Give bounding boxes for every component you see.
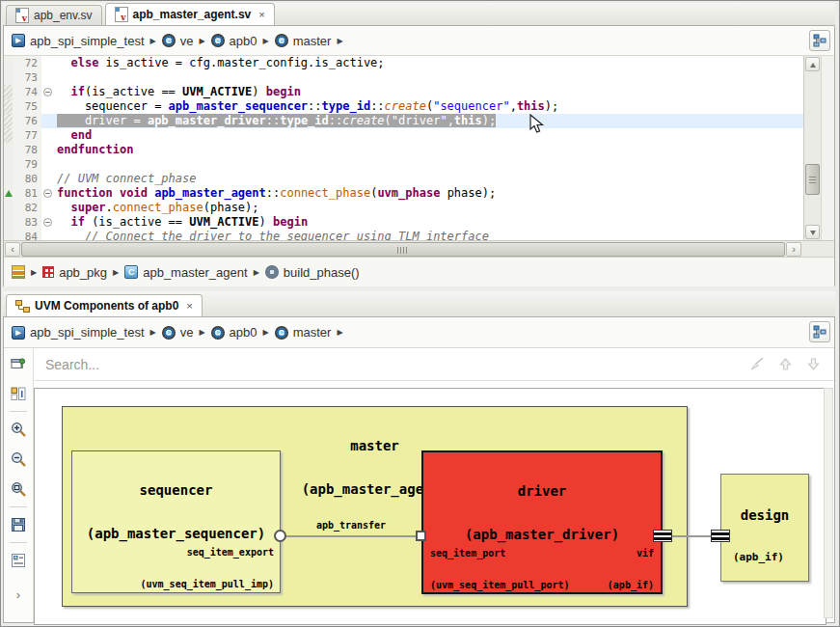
code-line-75[interactable]: 75 sequencer = apb_master_sequencer::typ… (4, 99, 803, 114)
breadcrumb-tree-toggle-button[interactable] (809, 30, 830, 51)
show-types-button[interactable] (10, 385, 27, 402)
save-diagram-button[interactable] (10, 516, 27, 533)
previous-match-arrow-up-icon[interactable] (778, 357, 793, 371)
fold-margin (41, 70, 54, 85)
scroll-down-button[interactable] (805, 225, 820, 239)
scroll-left-button[interactable]: ‹ (5, 242, 20, 257)
editor-body: ▶apb_spi_simple_test▶Cve▶Capb0▶Cmaster▶ … (3, 25, 835, 286)
zoom-in-button[interactable] (10, 421, 27, 438)
component-icon: C (162, 34, 176, 47)
horizontal-scrollbar[interactable]: ‹ › (4, 240, 802, 258)
hscrollbar-thumb[interactable] (21, 242, 785, 257)
scroll-up-button[interactable] (805, 57, 820, 71)
driver-vif-port[interactable] (653, 530, 672, 542)
tab-uvm-components[interactable]: UVM Components of apb0 × (6, 294, 203, 316)
breadcrumb-separator-icon: ▶ (199, 328, 204, 337)
breadcrumb-label: build_phase() (284, 265, 360, 280)
breadcrumb-item-library-icon[interactable] (10, 264, 27, 280)
search-input[interactable] (34, 357, 748, 372)
fold-margin (41, 128, 54, 143)
code-line-83[interactable]: 83− if (is_active == UVM_ACTIVE) begin (4, 215, 803, 230)
code-line-72[interactable]: 72 else is_active = cfg.master_config.is… (4, 56, 803, 70)
zoom-fit-button[interactable] (10, 480, 27, 498)
breadcrumb-separator-icon: ▶ (263, 37, 269, 45)
toolbar-separator (10, 411, 27, 412)
diagram-options-button[interactable] (10, 552, 27, 569)
driver-out-port-label: vif (apb_if) (573, 527, 654, 612)
breadcrumb-item-ve[interactable]: Cve (160, 33, 196, 49)
breadcrumb-separator-icon: ▶ (113, 268, 119, 277)
collapse-icon[interactable]: − (43, 218, 52, 227)
line-number: 72 (13, 56, 41, 70)
code-line-82[interactable]: 82 super.connect_phase(phase); (4, 201, 803, 215)
breadcrumb-item-apb_spi_simple_test[interactable]: ▶apb_spi_simple_test (10, 33, 147, 49)
toolbar-more-chevron[interactable]: › (16, 587, 20, 602)
design-if-port[interactable] (711, 530, 730, 542)
canvas-scrollbar[interactable] (824, 388, 833, 618)
vertical-scrollbar[interactable] (803, 56, 821, 240)
breadcrumb-item-apb0[interactable]: Capb0 (209, 324, 259, 341)
breadcrumb-item-apb0[interactable]: Capb0 (209, 33, 259, 49)
breadcrumb-item-master[interactable]: Cmaster (273, 33, 334, 49)
code-editor[interactable]: 72 else is_active = cfg.master_config.is… (4, 56, 834, 240)
fold-margin: − (41, 186, 54, 201)
seq-driver-connection[interactable] (281, 535, 421, 537)
breadcrumb-item-apb_master_agent[interactable]: Capb_master_agent (122, 264, 249, 281)
code-line-73[interactable]: 73 (4, 70, 803, 85)
code-text: driver = apb_master_driver::type_id::cre… (54, 114, 803, 128)
component-icon: C (275, 326, 288, 340)
code-line-74[interactable]: 74− if(is_active == UVM_ACTIVE) begin (4, 85, 803, 99)
code-line-81[interactable]: 81−function void apb_master_agent::conne… (4, 186, 803, 201)
view-body: ▶apb_spi_simple_test▶Cve▶Capb0▶Cmaster▶ (3, 316, 835, 623)
code-text: // UVM connect_phase (54, 172, 803, 186)
annotation-ruler-cell (4, 186, 13, 201)
clear-search-broom-icon[interactable] (748, 357, 765, 371)
annotation-ruler-cell (4, 56, 13, 70)
next-match-arrow-down-icon[interactable] (806, 357, 821, 371)
tab-apb-master-agent[interactable]: v apb_master_agent.sv × (105, 3, 275, 25)
view-breadcrumb-tree-toggle-button[interactable] (809, 321, 830, 342)
annotation-ruler-cell (4, 70, 13, 85)
breadcrumb-item-ve[interactable]: Cve (160, 324, 196, 341)
driver-box[interactable]: driver (apb_master_driver) seq_item_port… (421, 450, 663, 594)
seq-item-export-port[interactable] (274, 530, 286, 542)
code-line-78[interactable]: 78endfunction (4, 143, 803, 157)
editor-tabbar: v apb_env.sv v apb_master_agent.sv × (3, 3, 835, 26)
breadcrumb-item-apb_pkg[interactable]: apb_pkg (41, 264, 109, 281)
line-number: 81 (13, 186, 41, 201)
breadcrumb-separator-icon: ▶ (150, 328, 156, 337)
scrollbar-thumb[interactable] (805, 164, 820, 195)
library-icon (12, 265, 25, 279)
zoom-out-icon (11, 451, 27, 468)
fold-margin: − (41, 85, 54, 99)
close-tab-icon[interactable]: × (258, 9, 264, 20)
scroll-right-button[interactable]: › (786, 242, 801, 257)
search-actions (748, 357, 821, 371)
close-view-icon[interactable]: × (186, 300, 192, 312)
code-text: else is_active = cfg.master_config.is_ac… (54, 56, 803, 70)
collapse-icon[interactable]: − (43, 88, 52, 96)
code-line-76[interactable]: 76 driver = apb_master_driver::type_id::… (4, 114, 803, 128)
editor-group: v apb_env.sv v apb_master_agent.sv × ▶ap… (3, 3, 835, 286)
breadcrumb-item-build_phase()[interactable]: build_phase() (263, 264, 362, 281)
design-box[interactable]: design (apb_if) (720, 474, 809, 582)
code-line-77[interactable]: 77 end (4, 128, 803, 143)
zoom-out-button[interactable] (10, 450, 27, 468)
breadcrumb-separator-icon: ▶ (31, 268, 37, 277)
code-line-79[interactable]: 79 (4, 157, 803, 172)
breadcrumb-item-apb_spi_simple_test[interactable]: ▶apb_spi_simple_test (10, 324, 147, 341)
uvm-diagram-canvas[interactable]: master (apb_master_agent) sequencer (apb… (34, 388, 826, 625)
seq-item-port[interactable] (416, 531, 426, 541)
fold-margin (41, 99, 54, 114)
pin-view-button[interactable] (10, 355, 27, 372)
breadcrumb-item-master[interactable]: Cmaster (273, 324, 334, 341)
code-line-80[interactable]: 80// UVM connect_phase (4, 172, 803, 186)
tab-apb-env[interactable]: v apb_env.sv (6, 5, 102, 25)
code-line-84[interactable]: 84 // Connect the driver to the sequence… (4, 230, 803, 240)
sequencer-box[interactable]: sequencer (apb_master_sequencer) seq_ite… (71, 450, 281, 593)
collapse-icon[interactable]: − (43, 189, 52, 198)
breadcrumb-label: apb_spi_simple_test (30, 325, 145, 340)
sequencer-port-label: seq_item_export (uvm_seq_item_pull_imp) (141, 526, 274, 611)
line-number: 84 (13, 230, 41, 240)
code-area[interactable]: 72 else is_active = cfg.master_config.is… (4, 56, 803, 240)
